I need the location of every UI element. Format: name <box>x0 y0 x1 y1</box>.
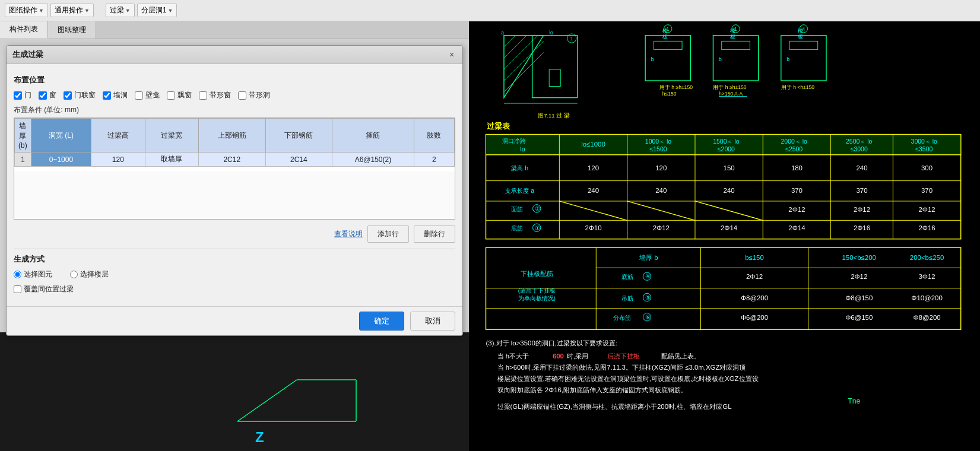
tab-drawing-organize[interactable]: 图纸整理 <box>48 21 96 39</box>
svg-text:150<b≤200: 150<b≤200 <box>842 254 876 261</box>
checkbox-ribbon-window-input[interactable] <box>199 91 207 100</box>
checkbox-window-input[interactable] <box>39 91 47 100</box>
radio-select-element-label: 选择图元 <box>24 269 52 280</box>
checkbox-ribbon-window[interactable]: 带形窗 <box>199 90 231 100</box>
radio-select-element[interactable]: 选择图元 <box>14 269 52 280</box>
svg-text:180: 180 <box>791 164 803 171</box>
checkbox-niche-input[interactable] <box>135 91 143 100</box>
svg-text:a: a <box>501 30 504 36</box>
cancel-button[interactable]: 取消 <box>410 312 455 331</box>
th-beam-width: 过梁宽 <box>145 119 198 153</box>
lintel-table: 洞口净跨 lo lo≤1000 1000＜ lo ≤1500 1500＜ lo … <box>486 135 960 239</box>
svg-text:lo: lo <box>549 30 553 36</box>
checkbox-cover-container[interactable]: 覆盖同位置过梁 <box>14 284 455 294</box>
checkbox-wall-hole[interactable]: 墙洞 <box>103 90 128 100</box>
cell-stirrup[interactable]: A6@150(2) <box>332 153 414 167</box>
checkbox-door[interactable]: 门 <box>14 90 31 100</box>
checkbox-bay-window-input[interactable] <box>167 91 175 100</box>
svg-text:后浇下挂板: 后浇下挂板 <box>607 352 640 360</box>
checkbox-door-input[interactable] <box>14 91 22 100</box>
svg-text:用于 h ≥h±150: 用于 h ≥h±150 <box>713 84 746 90</box>
svg-text:lo≤1000: lo≤1000 <box>581 141 605 148</box>
svg-text:1: 1 <box>666 26 669 32</box>
radio-select-floor-input[interactable] <box>70 271 78 278</box>
toolbar: 图纸操作 ▼ 通用操作 ▼ 过梁 ▼ 分层洞1 ▼ <box>0 0 980 21</box>
layer-arrow: ▼ <box>167 8 173 14</box>
svg-text:2Φ14: 2Φ14 <box>788 224 805 231</box>
svg-text:面筋: 面筋 <box>511 206 523 212</box>
svg-text:用于 h <h±150: 用于 h <h±150 <box>781 84 815 90</box>
svg-text:240: 240 <box>724 187 735 194</box>
svg-text:当 h不大于: 当 h不大于 <box>497 352 529 360</box>
svg-text:b: b <box>719 56 722 62</box>
table-empty-area <box>14 171 455 219</box>
svg-text:2500＜ lo: 2500＜ lo <box>846 138 873 145</box>
svg-rect-29 <box>722 41 750 49</box>
svg-marker-5 <box>504 36 544 98</box>
checkbox-door-window-input[interactable] <box>64 91 72 100</box>
add-row-button[interactable]: 添加行 <box>367 226 409 243</box>
view-desc-button[interactable]: 查看说明 <box>334 226 363 243</box>
selector-guoliang[interactable]: 过梁 ▼ <box>106 4 135 17</box>
svg-text:2Φ10: 2Φ10 <box>585 224 601 231</box>
svg-text:600: 600 <box>553 352 564 360</box>
left-panel: 构件列表 图纸整理 生成过梁 × 布置位置 门 <box>0 21 469 451</box>
radio-select-floor-label: 选择楼层 <box>80 269 109 280</box>
table-row[interactable]: 1 0~1000 120 取墙厚 2C12 2C14 A6@150(2) 2 <box>15 153 455 167</box>
cell-beam-height[interactable]: 120 <box>91 153 145 167</box>
dropdown-operation2[interactable]: 通用操作 ▼ <box>50 4 94 17</box>
cell-hole-width[interactable]: 0~1000 <box>31 153 91 167</box>
svg-text:3000＜ lo: 3000＜ lo <box>911 138 938 145</box>
svg-text:3Φ12: 3Φ12 <box>918 273 935 280</box>
radio-select-element-input[interactable] <box>14 271 21 278</box>
checkbox-niche[interactable]: 壁龛 <box>135 90 160 100</box>
svg-line-7 <box>504 36 527 58</box>
svg-text:2000＜ lo: 2000＜ lo <box>781 138 807 145</box>
svg-text:支承长度  a: 支承长度 a <box>505 188 534 194</box>
checkbox-cover-input[interactable] <box>14 285 21 293</box>
dropdown2-arrow: ▼ <box>84 8 90 14</box>
delete-row-button[interactable]: 删除行 <box>414 226 455 243</box>
checkbox-door-window[interactable]: 门联窗 <box>64 90 96 100</box>
checkbox-bay-window-label: 飘窗 <box>177 90 192 100</box>
cell-limbs[interactable]: 2 <box>414 153 454 167</box>
svg-text:b≤150: b≤150 <box>745 254 764 261</box>
placement-checkboxes: 门 窗 门联窗 墙洞 壁 <box>14 90 455 100</box>
svg-text:h≤150: h≤150 <box>662 91 677 97</box>
checkbox-bay-window[interactable]: 飘窗 <box>167 90 192 100</box>
svg-text:Φ8@200: Φ8@200 <box>913 314 940 321</box>
svg-text:2Φ16: 2Φ16 <box>854 224 870 231</box>
svg-text:≤2000: ≤2000 <box>718 146 735 153</box>
radio-select-floor[interactable]: 选择楼层 <box>70 269 109 280</box>
selector-arrow: ▼ <box>125 8 131 14</box>
cell-top-rebar[interactable]: 2C12 <box>199 153 266 167</box>
svg-text:用于 h ≥h±150: 用于 h ≥h±150 <box>659 84 693 90</box>
svg-text:吊筋: 吊筋 <box>621 295 633 301</box>
svg-text:⑤: ⑤ <box>645 294 651 301</box>
svg-text:配筋见上表。: 配筋见上表。 <box>661 352 700 360</box>
svg-text:≤2500: ≤2500 <box>785 146 803 153</box>
svg-line-10 <box>504 52 544 92</box>
tab-component-list[interactable]: 构件列表 <box>0 21 48 39</box>
dialog-generate-lintel: 生成过梁 × 布置位置 门 窗 <box>6 45 463 336</box>
checkbox-ribbon-hole-input[interactable] <box>238 91 246 100</box>
svg-rect-12 <box>549 69 560 87</box>
svg-text:370: 370 <box>791 187 803 194</box>
cell-beam-width[interactable]: 取墙厚 <box>145 153 198 167</box>
confirm-button[interactable]: 确定 <box>359 312 404 331</box>
table-header-row: 墙厚 (b) 洞宽 (L) 过梁高 过梁宽 上部钢筋 下部钢筋 箍筋 肢数 <box>15 119 455 153</box>
selector-layer[interactable]: 分层洞1 ▼ <box>137 4 177 17</box>
checkbox-wall-hole-input[interactable] <box>103 91 111 100</box>
dropdown-operation1[interactable]: 图纸操作 ▼ <box>5 4 48 17</box>
conditions-table-container: 墙厚 (b) 洞宽 (L) 过梁高 过梁宽 上部钢筋 下部钢筋 箍筋 肢数 <box>14 117 455 220</box>
checkbox-window[interactable]: 窗 <box>39 90 56 100</box>
dialog-close-button[interactable]: × <box>447 50 456 59</box>
placement-section-title: 布置位置 <box>14 75 455 85</box>
svg-text:过梁表: 过梁表 <box>487 122 510 131</box>
cell-bottom-rebar[interactable]: 2C14 <box>265 153 332 167</box>
svg-text:底筋: 底筋 <box>511 225 523 231</box>
checkbox-ribbon-hole[interactable]: 带形洞 <box>238 90 270 100</box>
svg-text:2Φ12: 2Φ12 <box>788 206 805 213</box>
checkbox-wall-hole-label: 墙洞 <box>113 90 128 100</box>
svg-text:240: 240 <box>588 187 599 194</box>
